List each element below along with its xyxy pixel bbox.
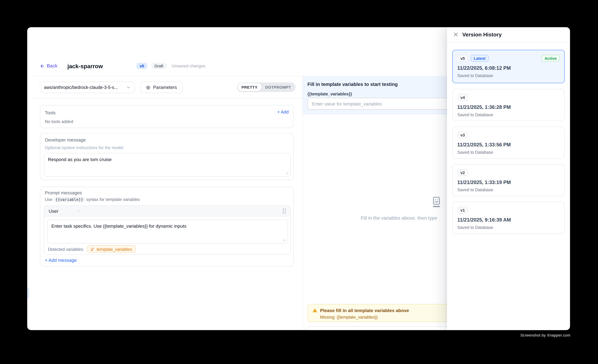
user-message-textarea[interactable]: Enter task specifics. Use {{template_var… — [47, 220, 288, 243]
back-button[interactable]: Back — [40, 63, 57, 68]
detected-variables-label: Detected variables: — [48, 247, 84, 251]
prompt-messages-hint: Use {{variable}} syntax for template var… — [45, 197, 140, 202]
detected-variables-row: Detected variables: template_variables — [48, 245, 136, 253]
version-number-badge: v5 — [457, 55, 468, 61]
close-button[interactable] — [453, 32, 458, 37]
developer-message-card: Developer message Optional system instru… — [40, 133, 294, 180]
version-card-v5[interactable]: v5 Latest Active 11/22/2025, 6:08:12 PM … — [452, 50, 565, 83]
version-timestamp: 11/21/2025, 1:36:28 PM — [457, 104, 511, 110]
left-edge-handle[interactable] — [27, 287, 29, 298]
model-select[interactable]: aws/anthropic/bedrock-claude-3-5-s... — [40, 82, 135, 93]
format-toggle: PRETTY DOTPROMPT — [237, 82, 296, 92]
warning-title: Please fill in all template variables ab… — [320, 308, 409, 313]
developer-message-textarea[interactable]: Respond as you are tom cruise — [44, 153, 291, 177]
version-history-title: Version History — [462, 31, 502, 38]
version-history-panel: Version History v5 Latest Active 11/22/2… — [447, 27, 570, 330]
add-tool-button[interactable]: + Add — [277, 110, 289, 114]
version-card-v3[interactable]: v3 11/21/2025, 1:33:56 PM Saved to Datab… — [452, 126, 565, 159]
version-card-v4[interactable]: v4 11/21/2025, 1:36:28 PM Saved to Datab… — [452, 89, 565, 121]
draft-badge: Draft — [151, 63, 166, 69]
drag-handle[interactable] — [283, 209, 286, 213]
role-select-value[interactable]: User — [49, 208, 58, 214]
version-card-v2[interactable]: v2 11/21/2025, 1:33:19 PM Saved to Datab… — [452, 164, 565, 196]
toggle-pretty[interactable]: PRETTY — [238, 83, 261, 91]
template-variable-chip-label: template_variables — [97, 247, 132, 251]
banner-title: Fill in template variables to start test… — [307, 82, 398, 87]
robot-face-icon — [431, 196, 442, 208]
page-header: Back jack-sparrow v5 Draft Unsaved chang… — [40, 62, 205, 70]
version-number-badge: v2 — [457, 169, 468, 176]
badges-row: v5 Latest — [457, 55, 489, 61]
warning-triangle-icon — [312, 308, 317, 313]
hint-suffix: syntax for template variables — [86, 197, 140, 202]
toggle-dotprompt[interactable]: DOTPROMPT — [261, 83, 295, 91]
empty-state-text: Fill in the variables above, then type — [361, 215, 437, 221]
version-timestamp: 11/22/2025, 6:08:12 PM — [457, 65, 511, 71]
version-history-header: Version History — [447, 27, 570, 42]
active-badge: Active — [541, 55, 560, 61]
unsaved-changes-label: Unsaved changes — [172, 64, 205, 68]
message-header: User — [44, 206, 290, 217]
back-label: Back — [47, 63, 57, 68]
hint-prefix: Use — [45, 197, 52, 202]
version-card-v1[interactable]: v1 11/21/2025, 9:16:39 AM Saved to Datab… — [452, 202, 565, 234]
version-status: Saved to Database — [457, 112, 493, 117]
template-variable-chip[interactable]: template_variables — [87, 245, 135, 253]
screenshot-stage: Back jack-sparrow v5 Draft Unsaved chang… — [0, 0, 598, 364]
version-number-badge: v1 — [457, 207, 468, 213]
version-status: Saved to Database — [457, 225, 493, 230]
version-number-badge: v4 — [457, 94, 468, 100]
latest-badge: Latest — [471, 55, 489, 61]
tools-empty-label: No tools added — [45, 119, 73, 124]
arrow-left-icon — [40, 64, 45, 68]
version-badge: v5 — [137, 63, 147, 69]
badges-row: v2 — [457, 169, 468, 176]
badges-row: v4 — [457, 94, 468, 100]
chevron-down-icon[interactable] — [76, 209, 81, 213]
developer-message-title: Developer message — [45, 137, 86, 143]
version-timestamp: 11/21/2025, 1:33:56 PM — [457, 142, 511, 148]
message-block: User Enter task specifics. Use {{templat… — [44, 206, 291, 255]
badges-row: v1 — [457, 207, 468, 213]
badges-row: v3 — [457, 132, 468, 138]
model-select-value: aws/anthropic/bedrock-claude-3-5-s... — [44, 85, 126, 90]
prompt-messages-title: Prompt messages — [45, 190, 82, 195]
close-icon — [453, 32, 458, 37]
tools-card: Tools + Add No tools added — [40, 105, 294, 128]
version-timestamp: 11/21/2025, 1:33:19 PM — [457, 179, 511, 185]
developer-message-subtitle: Optional system instructions for the mod… — [45, 145, 123, 150]
version-number-badge: v3 — [457, 132, 468, 138]
parameters-button[interactable]: Parameters — [140, 82, 183, 93]
version-status: Saved to Database — [457, 150, 493, 155]
variable-name-label: {{template_variables}} — [307, 92, 352, 96]
version-status: Saved to Database — [457, 187, 493, 192]
add-message-button[interactable]: + Add message — [45, 257, 77, 263]
variable-syntax-chip: {{variable}} — [54, 197, 85, 202]
warning-missing-label: Missing: {{template_variables}} — [320, 315, 378, 319]
version-timestamp: 11/21/2025, 9:16:39 AM — [457, 217, 511, 223]
parameters-label: Parameters — [153, 85, 177, 90]
pencil-icon — [91, 247, 95, 251]
version-status: Saved to Database — [457, 73, 493, 78]
toolbar-divider — [27, 98, 302, 99]
chevron-down-icon — [126, 85, 131, 90]
gear-icon — [146, 85, 151, 90]
app-window: Back jack-sparrow v5 Draft Unsaved chang… — [27, 27, 570, 330]
tools-title: Tools — [45, 110, 56, 115]
watermark-text: Screenshot by Xnapper.com — [520, 333, 570, 337]
page-title: jack-sparrow — [67, 63, 103, 69]
prompt-messages-card: Prompt messages Use {{variable}} syntax … — [40, 187, 294, 266]
